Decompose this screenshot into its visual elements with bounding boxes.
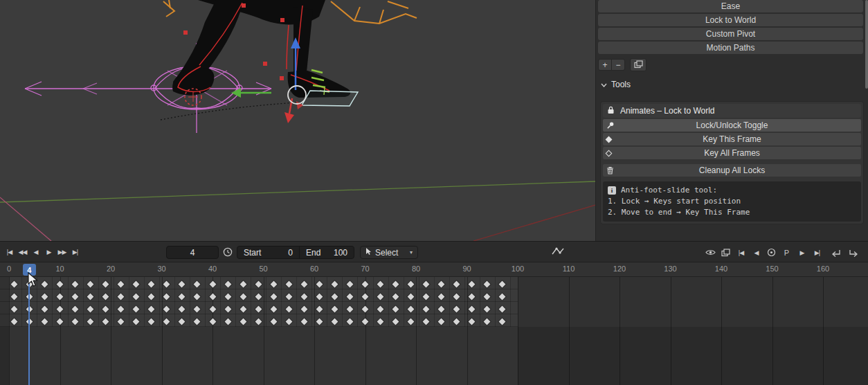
sidebar-top-buttons: EaseLock to WorldCustom PivotMotion Path… <box>596 0 868 54</box>
remove-button[interactable]: − <box>611 60 624 70</box>
tool-panel-title: Animates – Lock to World <box>620 106 715 116</box>
start-frame-field[interactable]: Start 0 <box>237 247 299 258</box>
grid-line <box>772 277 773 385</box>
step-back-icon[interactable]: ◀ <box>749 246 763 259</box>
dope-sheet[interactable] <box>0 277 868 385</box>
grid-line <box>721 277 722 385</box>
tools-section-header[interactable]: Tools <box>601 80 631 89</box>
key-column-line <box>357 277 358 327</box>
next-keyframe-button[interactable]: ▶▶ <box>55 245 69 259</box>
key-column-line <box>419 277 419 327</box>
duplicate-icon <box>634 59 643 71</box>
end-value: 100 <box>334 248 347 258</box>
key-column-line <box>266 277 266 327</box>
jump-to-end-button[interactable]: ▶| <box>69 245 82 259</box>
key-column-line <box>327 277 327 327</box>
info-line-2: 2. Move to end → Key This Frame <box>608 207 856 218</box>
play-button[interactable]: ▶ <box>42 245 55 259</box>
select-menu-label: Select <box>375 248 398 258</box>
timeline-right-icons: |◀◀P▶▶| <box>703 246 824 259</box>
corner-arrow-right-icon[interactable] <box>846 246 862 259</box>
ground-axis-green <box>0 181 595 202</box>
grid-line <box>620 277 620 385</box>
key-column-line <box>281 277 282 327</box>
sidebar-scrollbar[interactable] <box>865 0 868 89</box>
ruler-tick-140: 140 <box>715 265 727 273</box>
key-column-line <box>144 277 145 327</box>
tool-panel-buttons: Lock/Unlock ToggleKey This FrameKey All … <box>603 119 861 159</box>
cleanup-all-locks-label: Cleanup All Locks <box>699 165 765 175</box>
current-frame-field[interactable]: 4 <box>166 246 219 259</box>
cleanup-all-locks-button[interactable]: Cleanup All Locks <box>603 164 861 177</box>
custom-pivot-button[interactable]: Custom Pivot <box>598 28 863 40</box>
ruler-tick-10: 10 <box>55 265 64 273</box>
prev-keyframe-button[interactable]: ◀◀ <box>16 245 29 259</box>
key-column-line <box>21 277 22 327</box>
timeline-ruler[interactable]: 0102030405060708090100110120130140150160… <box>0 262 868 277</box>
key-column-line <box>373 277 374 327</box>
grid-line <box>416 277 417 385</box>
filter-p-icon[interactable]: P <box>779 246 794 259</box>
step-forward-icon[interactable]: ▶ <box>795 246 809 259</box>
current-frame-badge[interactable]: 4 <box>23 264 36 276</box>
3d-viewport-canvas <box>0 0 595 241</box>
grid-line <box>314 277 315 385</box>
lock-to-world-button[interactable]: Lock to World <box>598 14 863 26</box>
key-column-line <box>434 277 435 327</box>
foot-control-gizmo[interactable] <box>25 43 271 133</box>
channel-row-separator <box>0 289 518 289</box>
info-icon: i <box>608 186 616 195</box>
key-all-frames-button[interactable]: Key All Frames <box>603 147 861 159</box>
key-column-line <box>296 277 297 327</box>
key-column-line <box>114 277 114 327</box>
caret-down-icon: ▾ <box>410 249 413 256</box>
fcurve-button[interactable] <box>550 246 566 259</box>
play-reverse-button[interactable]: ◀ <box>29 245 42 259</box>
playhead[interactable] <box>28 277 30 385</box>
clock-icon[interactable] <box>223 247 233 257</box>
motion-paths-button[interactable]: Motion Paths <box>598 42 863 54</box>
key-column-line <box>129 277 129 327</box>
key-column-line <box>495 277 496 327</box>
end-frame-field[interactable]: End 100 <box>299 247 354 258</box>
end-label: End <box>306 248 320 258</box>
ruler-tick-150: 150 <box>766 265 778 273</box>
key-column-line <box>480 277 480 327</box>
select-menu[interactable]: Select ▾ <box>360 246 418 259</box>
translate-y-gizmo[interactable] <box>284 98 303 123</box>
key-column-line <box>404 277 404 327</box>
add-button[interactable]: + <box>599 60 611 70</box>
key-this-frame-button[interactable]: Key This Frame <box>603 133 861 145</box>
jump-last-icon[interactable]: ▶| <box>810 246 824 259</box>
key-column-line <box>510 277 511 327</box>
ruler-tick-100: 100 <box>512 265 524 273</box>
playback-controls: |◀◀◀◀▶▶▶▶| <box>3 245 82 259</box>
list-ops: + − <box>598 58 647 71</box>
foot-bounding-box[interactable] <box>302 91 358 106</box>
key-column-line <box>52 277 53 327</box>
circle-dot-icon[interactable] <box>764 246 779 259</box>
grid-line <box>111 277 111 385</box>
key-column-line <box>68 277 69 327</box>
lock-unlock-toggle-button[interactable]: Lock/Unlock Toggle <box>603 119 861 132</box>
key-column-line <box>174 277 175 327</box>
overlap-squares-icon[interactable] <box>718 246 733 259</box>
cursor-select-icon <box>365 247 372 258</box>
jump-to-start-button[interactable]: |◀ <box>3 245 16 259</box>
key-all-frames-button-label: Key All Frames <box>704 148 760 158</box>
jump-first-icon[interactable]: |◀ <box>734 246 748 259</box>
trash-icon <box>606 166 614 174</box>
3d-viewport[interactable] <box>0 0 595 241</box>
ease-button[interactable]: Ease <box>598 0 863 12</box>
corner-arrow-left-icon[interactable] <box>826 246 843 259</box>
key-column-line <box>37 277 37 327</box>
ruler-tick-130: 130 <box>664 265 676 273</box>
key-column-line <box>311 277 312 327</box>
ruler-tick-30: 30 <box>157 265 165 273</box>
chevron-down-icon <box>601 80 607 89</box>
grid-line <box>162 277 163 385</box>
eye-icon[interactable] <box>703 246 718 259</box>
start-value: 0 <box>288 248 293 258</box>
ruler-tick-50: 50 <box>259 265 267 273</box>
duplicate-button[interactable] <box>630 58 647 71</box>
